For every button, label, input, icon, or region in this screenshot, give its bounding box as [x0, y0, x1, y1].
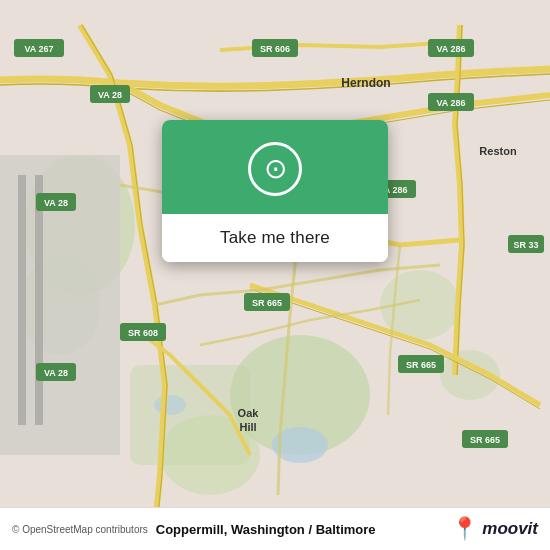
- moovit-brand: moovit: [482, 519, 538, 539]
- map-container: VA 267 SR 606 VA 28 VA 28 VA 28 VA 286 V…: [0, 0, 550, 550]
- svg-text:SR 33: SR 33: [513, 240, 538, 250]
- svg-text:Oak: Oak: [238, 407, 260, 419]
- take-me-there-button[interactable]: Take me there: [162, 214, 388, 262]
- svg-text:Herndon: Herndon: [341, 76, 390, 90]
- svg-point-9: [154, 395, 186, 415]
- svg-text:SR 665: SR 665: [406, 360, 436, 370]
- svg-text:VA 28: VA 28: [44, 198, 68, 208]
- pin-icon-circle: ⊙: [248, 142, 302, 196]
- location-name: Coppermill, Washington / Baltimore: [148, 522, 451, 537]
- svg-text:VA 286: VA 286: [436, 98, 465, 108]
- map-pin-icon: ⊙: [264, 155, 287, 183]
- svg-text:VA 286: VA 286: [436, 44, 465, 54]
- svg-text:SR 665: SR 665: [470, 435, 500, 445]
- map-svg: VA 267 SR 606 VA 28 VA 28 VA 28 VA 286 V…: [0, 0, 550, 550]
- svg-rect-12: [35, 175, 43, 425]
- svg-text:VA 28: VA 28: [98, 90, 122, 100]
- popup-card: ⊙ Take me there: [162, 120, 388, 262]
- svg-rect-11: [18, 175, 26, 425]
- svg-text:VA 28: VA 28: [44, 368, 68, 378]
- moovit-logo: 📍 moovit: [451, 516, 538, 542]
- svg-text:Reston: Reston: [479, 145, 517, 157]
- bottom-bar: © OpenStreetMap contributors Coppermill,…: [0, 507, 550, 550]
- moovit-pin-icon: 📍: [451, 516, 478, 542]
- copyright-text: © OpenStreetMap contributors: [12, 524, 148, 535]
- popup-green-area: ⊙: [162, 120, 388, 214]
- svg-text:SR 665: SR 665: [252, 298, 282, 308]
- svg-text:Hill: Hill: [239, 421, 256, 433]
- svg-text:SR 606: SR 606: [260, 44, 290, 54]
- svg-text:SR 608: SR 608: [128, 328, 158, 338]
- svg-text:VA 267: VA 267: [24, 44, 53, 54]
